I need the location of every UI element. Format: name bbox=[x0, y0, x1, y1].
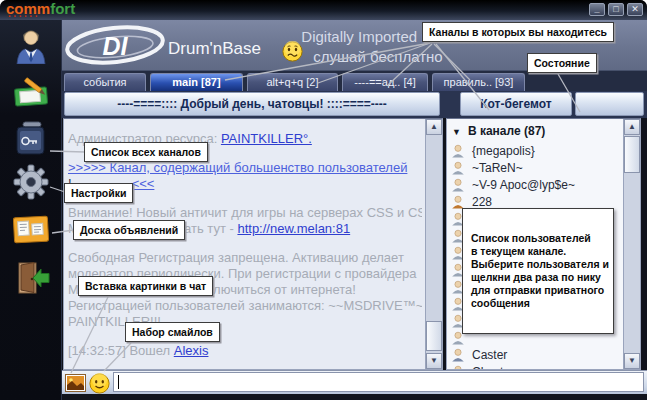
user-name: {megapolis} bbox=[472, 144, 535, 158]
chat-link[interactable]: <<< bbox=[132, 176, 155, 191]
chat-text: Внимание! Новый античит для игры на серв… bbox=[68, 205, 422, 220]
user-row-V-9-Apoc-lyp-e[interactable]: ~V-9 Apoc@lyp$e~ bbox=[451, 176, 622, 193]
chat-line: >>>>> Канал, содержащий большенство поль… bbox=[68, 160, 422, 176]
callout-bulletin-board: Доска объявлений bbox=[73, 220, 185, 240]
user-name: Caster bbox=[472, 348, 507, 362]
minimize-button[interactable]: _ bbox=[589, 3, 605, 16]
callout-settings: Настройки bbox=[64, 183, 133, 203]
chat-text: [14:32:57] Вошел bbox=[68, 343, 174, 358]
user-row-Chester[interactable]: Chester bbox=[451, 363, 622, 370]
chat-scrollbar[interactable]: ▲ ▼ bbox=[425, 119, 442, 369]
text-caret bbox=[118, 375, 119, 389]
current-channel-button[interactable]: Кот-бегемот bbox=[460, 92, 572, 116]
scroll-up-button[interactable]: ▲ bbox=[624, 119, 640, 135]
scroll-down-button[interactable]: ▼ bbox=[624, 353, 640, 369]
tagline-line2: слушай бесплатно bbox=[258, 47, 498, 67]
di-radio-logo-icon: DI bbox=[63, 25, 167, 67]
commfort-window: commfort ······ _ □ ✕ bbox=[0, 0, 647, 400]
user-avatar-icon bbox=[451, 161, 465, 175]
channel-list-icon[interactable] bbox=[11, 120, 51, 158]
channel-title: Drum'nBase bbox=[168, 39, 261, 59]
chat-line bbox=[68, 330, 422, 343]
chat-line: Внимание! Новый античит для игры на серв… bbox=[68, 205, 422, 221]
chat-line: PAINTKILLER!!! bbox=[68, 314, 422, 330]
message-input-bar bbox=[62, 370, 647, 394]
tab-alt+q+q-2[interactable]: alt+q+q [2] bbox=[247, 73, 338, 92]
userlist-scrollbar[interactable]: ▲ ▼ bbox=[623, 119, 640, 369]
callout-channel-tabs: Каналы в которых вы находитесь bbox=[422, 22, 614, 42]
settings-gear-icon[interactable] bbox=[11, 164, 51, 200]
chat-log: Администратор ресурса: PAINTKILLER°.>>>>… bbox=[68, 131, 422, 369]
userlist-header[interactable]: ▼В канале (87) bbox=[452, 124, 545, 138]
chat-text: Свободная Регистрация запрещена. Активац… bbox=[68, 250, 404, 265]
tab-main-87[interactable]: main [87] bbox=[150, 73, 243, 92]
userlist-header-label: В канале (87) bbox=[468, 124, 545, 138]
topic-banner: ----====:::: Добрый день, чатовцы! ::::=… bbox=[64, 92, 440, 116]
collapse-triangle-icon: ▼ bbox=[452, 127, 461, 137]
chat-line: Свободная Регистрация запрещена. Активац… bbox=[68, 250, 422, 266]
scroll-thumb[interactable] bbox=[426, 321, 442, 351]
channel-tabs: событияmain [87]alt+q+q [2]----==ад.. [4… bbox=[62, 70, 647, 91]
exit-door-icon[interactable] bbox=[11, 260, 51, 296]
close-button[interactable]: ✕ bbox=[627, 3, 643, 16]
chat-link[interactable]: http://new.melan:81 bbox=[237, 221, 350, 236]
tab-правиль-93[interactable]: правиль.. [93] bbox=[432, 73, 525, 92]
chat-link[interactable]: PAINTKILLER°. bbox=[221, 131, 312, 146]
logo-fort: fort bbox=[50, 0, 75, 17]
picture-insert-button[interactable] bbox=[65, 374, 86, 392]
titlebar: commfort ······ _ □ ✕ bbox=[0, 0, 647, 20]
user-avatar-icon bbox=[451, 348, 465, 362]
svg-text:DI: DI bbox=[103, 32, 129, 60]
notes-icon[interactable] bbox=[11, 74, 51, 110]
sidebar bbox=[0, 20, 62, 400]
status-button[interactable] bbox=[575, 92, 644, 116]
message-input[interactable] bbox=[113, 372, 644, 392]
chat-text: лючиться от интернета! bbox=[213, 282, 356, 297]
user-name: 228 bbox=[472, 195, 492, 209]
callout-channel-list: Список всех каналов bbox=[84, 142, 208, 162]
callout-status: Состояние bbox=[527, 53, 597, 73]
banner-row: ----====:::: Добрый день, чатовцы! ::::=… bbox=[62, 91, 647, 118]
window-controls: _ □ ✕ bbox=[589, 3, 643, 16]
user-avatar-icon bbox=[451, 144, 465, 158]
user-row-TaReN[interactable]: ~TaReN~ bbox=[451, 159, 622, 176]
tab-ад-4[interactable]: ----==ад.. [4] bbox=[342, 73, 428, 92]
scroll-thumb[interactable] bbox=[624, 136, 640, 173]
user-row-megapolis[interactable]: {megapolis} bbox=[451, 142, 622, 159]
maximize-button[interactable]: □ bbox=[608, 3, 624, 16]
user-avatar-icon bbox=[451, 195, 465, 209]
user-name: ~TaReN~ bbox=[472, 161, 523, 175]
chat-line: Регистрацией пользователей занимаются: ~… bbox=[68, 298, 422, 314]
chat-text: Регистрацией пользователей занимаются: ~… bbox=[68, 298, 422, 313]
user-avatar-icon bbox=[451, 178, 465, 192]
smiley-picker-button[interactable] bbox=[89, 373, 110, 394]
profile-avatar-icon[interactable] bbox=[11, 26, 51, 64]
callout-image-insert: Вставка картинки в чат bbox=[78, 276, 213, 296]
chat-line: [14:32:57] Вошел Alexis bbox=[68, 343, 422, 359]
user-row-Caster[interactable]: Caster bbox=[451, 346, 622, 363]
tab-события[interactable]: события bbox=[64, 73, 146, 92]
callout-smileys: Набор смайлов bbox=[125, 322, 220, 342]
chat-text: нать тут - bbox=[177, 221, 238, 236]
callout-userlist-note: Список пользователей в текущем канале. В… bbox=[462, 208, 614, 334]
user-name: ~V-9 Apoc@lyp$e~ bbox=[472, 178, 575, 192]
scroll-up-button[interactable]: ▲ bbox=[426, 119, 442, 135]
chat-link[interactable]: >>>>> Канал, содержащий большенство поль… bbox=[68, 160, 407, 175]
scroll-down-button[interactable]: ▼ bbox=[426, 353, 442, 369]
chat-link[interactable]: Alexis bbox=[174, 343, 209, 358]
bulletin-board-icon[interactable] bbox=[11, 214, 51, 246]
